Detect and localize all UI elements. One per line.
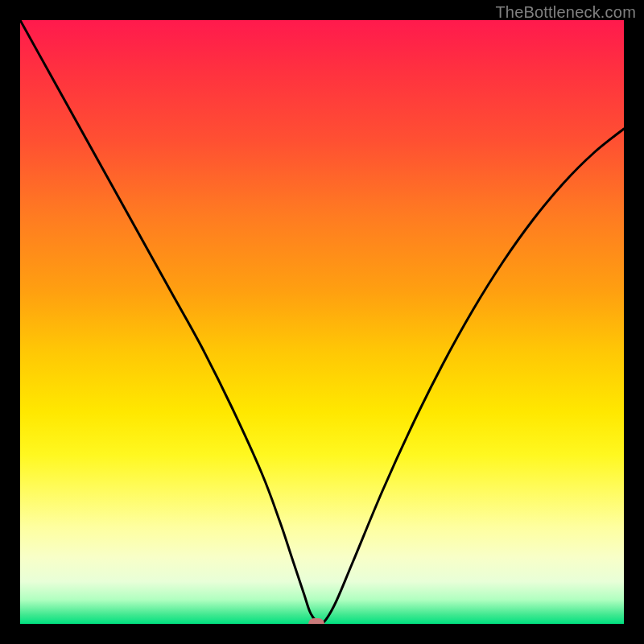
chart-container: TheBottleneck.com [0, 0, 644, 644]
plot-area [20, 20, 624, 624]
bottleneck-curve-line [20, 20, 624, 624]
curve-svg [20, 20, 624, 624]
watermark-text: TheBottleneck.com [495, 3, 636, 22]
optimum-marker [308, 618, 324, 624]
